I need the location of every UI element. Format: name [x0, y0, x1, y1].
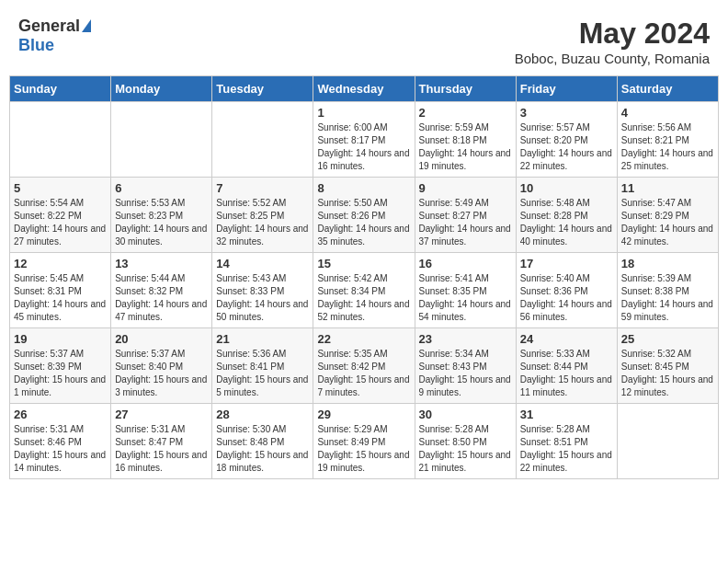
calendar-cell: 10Sunrise: 5:48 AM Sunset: 8:28 PM Dayli… — [516, 178, 617, 253]
calendar-cell: 11Sunrise: 5:47 AM Sunset: 8:29 PM Dayli… — [617, 178, 718, 253]
day-info: Sunrise: 5:33 AM Sunset: 8:44 PM Dayligh… — [520, 348, 613, 399]
calendar-table: SundayMondayTuesdayWednesdayThursdayFrid… — [9, 75, 719, 479]
calendar-cell: 20Sunrise: 5:37 AM Sunset: 8:40 PM Dayli… — [111, 328, 212, 404]
calendar-cell: 26Sunrise: 5:31 AM Sunset: 8:46 PM Dayli… — [10, 404, 111, 479]
day-info: Sunrise: 5:59 AM Sunset: 8:18 PM Dayligh… — [419, 121, 512, 173]
column-header-thursday: Thursday — [415, 76, 516, 102]
calendar-week-2: 5Sunrise: 5:54 AM Sunset: 8:22 PM Daylig… — [10, 178, 719, 253]
day-number: 23 — [419, 332, 512, 346]
calendar-cell — [212, 102, 313, 178]
day-info: Sunrise: 5:37 AM Sunset: 8:40 PM Dayligh… — [115, 348, 208, 399]
calendar-cell: 9Sunrise: 5:49 AM Sunset: 8:27 PM Daylig… — [415, 178, 516, 253]
day-info: Sunrise: 5:32 AM Sunset: 8:45 PM Dayligh… — [621, 348, 714, 399]
calendar-cell: 25Sunrise: 5:32 AM Sunset: 8:45 PM Dayli… — [617, 328, 718, 404]
day-info: Sunrise: 5:34 AM Sunset: 8:43 PM Dayligh… — [419, 348, 512, 399]
calendar-cell: 7Sunrise: 5:52 AM Sunset: 8:25 PM Daylig… — [212, 178, 313, 253]
calendar-cell: 8Sunrise: 5:50 AM Sunset: 8:26 PM Daylig… — [313, 178, 415, 253]
day-number: 8 — [317, 181, 410, 195]
calendar-cell: 22Sunrise: 5:35 AM Sunset: 8:42 PM Dayli… — [313, 328, 415, 404]
calendar-week-3: 12Sunrise: 5:45 AM Sunset: 8:31 PM Dayli… — [10, 253, 719, 328]
day-number: 22 — [317, 332, 410, 346]
day-info: Sunrise: 5:29 AM Sunset: 8:49 PM Dayligh… — [317, 423, 410, 475]
day-number: 4 — [621, 106, 714, 120]
calendar-cell: 3Sunrise: 5:57 AM Sunset: 8:20 PM Daylig… — [516, 102, 617, 178]
day-info: Sunrise: 5:57 AM Sunset: 8:20 PM Dayligh… — [520, 121, 613, 173]
day-number: 30 — [419, 408, 512, 421]
day-number: 3 — [520, 106, 613, 120]
calendar-cell: 4Sunrise: 5:56 AM Sunset: 8:21 PM Daylig… — [617, 102, 718, 178]
logo-blue-text: Blue — [18, 36, 54, 55]
day-info: Sunrise: 5:31 AM Sunset: 8:46 PM Dayligh… — [14, 423, 107, 475]
day-number: 5 — [14, 181, 107, 195]
day-info: Sunrise: 5:45 AM Sunset: 8:31 PM Dayligh… — [14, 272, 107, 324]
subtitle: Boboc, Buzau County, Romania — [515, 51, 710, 66]
day-number: 31 — [520, 408, 613, 421]
calendar-cell: 1Sunrise: 6:00 AM Sunset: 8:17 PM Daylig… — [313, 102, 415, 178]
day-info: Sunrise: 5:53 AM Sunset: 8:23 PM Dayligh… — [115, 197, 208, 248]
day-info: Sunrise: 5:49 AM Sunset: 8:27 PM Dayligh… — [419, 197, 512, 248]
day-number: 10 — [520, 181, 613, 195]
day-info: Sunrise: 6:00 AM Sunset: 8:17 PM Dayligh… — [317, 121, 410, 173]
day-info: Sunrise: 5:44 AM Sunset: 8:32 PM Dayligh… — [115, 272, 208, 324]
day-number: 19 — [14, 332, 107, 346]
day-number: 11 — [621, 181, 714, 195]
day-info: Sunrise: 5:30 AM Sunset: 8:48 PM Dayligh… — [216, 423, 309, 475]
logo: General Blue — [18, 17, 91, 55]
calendar-cell: 13Sunrise: 5:44 AM Sunset: 8:32 PM Dayli… — [111, 253, 212, 328]
calendar-cell: 6Sunrise: 5:53 AM Sunset: 8:23 PM Daylig… — [111, 178, 212, 253]
day-info: Sunrise: 5:37 AM Sunset: 8:39 PM Dayligh… — [14, 348, 107, 399]
day-info: Sunrise: 5:48 AM Sunset: 8:28 PM Dayligh… — [520, 197, 613, 248]
column-header-saturday: Saturday — [617, 76, 718, 102]
calendar-cell — [617, 404, 718, 479]
day-number: 25 — [621, 332, 714, 346]
day-info: Sunrise: 5:31 AM Sunset: 8:47 PM Dayligh… — [115, 423, 208, 475]
day-info: Sunrise: 5:28 AM Sunset: 8:50 PM Dayligh… — [419, 423, 512, 475]
day-info: Sunrise: 5:39 AM Sunset: 8:38 PM Dayligh… — [621, 272, 714, 324]
day-info: Sunrise: 5:40 AM Sunset: 8:36 PM Dayligh… — [520, 272, 613, 324]
day-info: Sunrise: 5:28 AM Sunset: 8:51 PM Dayligh… — [520, 423, 613, 475]
day-number: 24 — [520, 332, 613, 346]
day-info: Sunrise: 5:36 AM Sunset: 8:41 PM Dayligh… — [216, 348, 309, 399]
calendar-week-5: 26Sunrise: 5:31 AM Sunset: 8:46 PM Dayli… — [10, 404, 719, 479]
calendar-cell: 30Sunrise: 5:28 AM Sunset: 8:50 PM Dayli… — [415, 404, 516, 479]
calendar-cell: 17Sunrise: 5:40 AM Sunset: 8:36 PM Dayli… — [516, 253, 617, 328]
logo-triangle-icon — [82, 19, 91, 32]
calendar-cell: 27Sunrise: 5:31 AM Sunset: 8:47 PM Dayli… — [111, 404, 212, 479]
column-header-friday: Friday — [516, 76, 617, 102]
logo-general-text: General — [18, 17, 80, 36]
day-number: 12 — [14, 257, 107, 270]
day-number: 7 — [216, 181, 309, 195]
day-number: 15 — [317, 257, 410, 270]
calendar-cell: 29Sunrise: 5:29 AM Sunset: 8:49 PM Dayli… — [313, 404, 415, 479]
calendar-cell: 16Sunrise: 5:41 AM Sunset: 8:35 PM Dayli… — [415, 253, 516, 328]
day-number: 18 — [621, 257, 714, 270]
calendar-cell: 18Sunrise: 5:39 AM Sunset: 8:38 PM Dayli… — [617, 253, 718, 328]
calendar-cell: 19Sunrise: 5:37 AM Sunset: 8:39 PM Dayli… — [10, 328, 111, 404]
day-number: 28 — [216, 408, 309, 421]
day-number: 16 — [419, 257, 512, 270]
day-number: 26 — [14, 408, 107, 421]
column-header-wednesday: Wednesday — [313, 76, 415, 102]
calendar-cell — [111, 102, 212, 178]
day-number: 27 — [115, 408, 208, 421]
day-info: Sunrise: 5:56 AM Sunset: 8:21 PM Dayligh… — [621, 121, 714, 173]
day-number: 14 — [216, 257, 309, 270]
day-number: 20 — [115, 332, 208, 346]
calendar-header-row: SundayMondayTuesdayWednesdayThursdayFrid… — [10, 76, 719, 102]
calendar-cell: 15Sunrise: 5:42 AM Sunset: 8:34 PM Dayli… — [313, 253, 415, 328]
day-info: Sunrise: 5:47 AM Sunset: 8:29 PM Dayligh… — [621, 197, 714, 248]
calendar-week-4: 19Sunrise: 5:37 AM Sunset: 8:39 PM Dayli… — [10, 328, 719, 404]
day-number: 29 — [317, 408, 410, 421]
day-number: 21 — [216, 332, 309, 346]
calendar-cell: 31Sunrise: 5:28 AM Sunset: 8:51 PM Dayli… — [516, 404, 617, 479]
calendar-cell: 24Sunrise: 5:33 AM Sunset: 8:44 PM Dayli… — [516, 328, 617, 404]
calendar-cell — [10, 102, 111, 178]
day-number: 13 — [115, 257, 208, 270]
day-info: Sunrise: 5:35 AM Sunset: 8:42 PM Dayligh… — [317, 348, 410, 399]
day-info: Sunrise: 5:43 AM Sunset: 8:33 PM Dayligh… — [216, 272, 309, 324]
calendar-week-1: 1Sunrise: 6:00 AM Sunset: 8:17 PM Daylig… — [10, 102, 719, 178]
day-info: Sunrise: 5:42 AM Sunset: 8:34 PM Dayligh… — [317, 272, 410, 324]
calendar-cell: 12Sunrise: 5:45 AM Sunset: 8:31 PM Dayli… — [10, 253, 111, 328]
main-title: May 2024 — [515, 17, 710, 51]
title-section: May 2024 Boboc, Buzau County, Romania — [515, 17, 710, 66]
